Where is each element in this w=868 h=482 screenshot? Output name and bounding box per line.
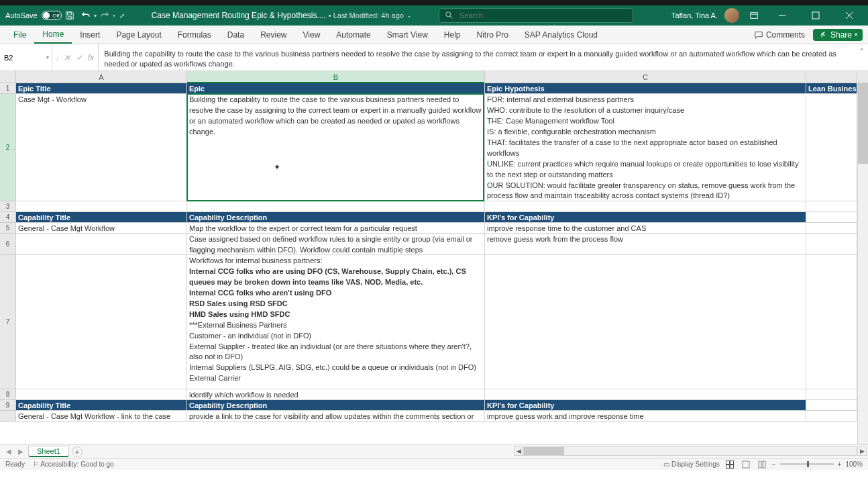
tab-home[interactable]: Home [34,26,72,44]
add-sheet-button[interactable]: + [72,446,83,457]
horizontal-scrollbar[interactable] [523,446,857,456]
cell-D8[interactable] [806,389,857,399]
cell-C5[interactable]: improve response time to the customer an… [485,223,806,233]
cell-grid[interactable]: Epic Title Epic Epic Hypothesis Lean Bus… [16,83,868,444]
cell-B1[interactable]: Epic [187,83,485,93]
cell-C7[interactable] [485,255,806,389]
row-header-8[interactable]: 8 [0,389,16,400]
toggle-switch[interactable]: Off [42,11,62,20]
cell-D7[interactable] [806,255,857,389]
cell-B7[interactable]: Workflows for internal business partners… [187,255,485,389]
cancel-formula-icon[interactable]: ✕ [64,53,70,62]
chevron-down-icon[interactable]: ▾ [46,54,49,60]
cell-C2[interactable]: FOR: internal and external business part… [485,94,806,201]
search-input[interactable] [459,11,627,19]
redo-dropdown[interactable]: ▾ [113,13,115,19]
row-header-6[interactable]: 6 [0,234,16,255]
cell-C4[interactable]: KPI's for Capability [485,212,806,222]
undo-dropdown[interactable]: ▾ [94,13,97,19]
cell-C8[interactable] [485,389,806,399]
tab-help[interactable]: Help [436,26,469,44]
cell-C3[interactable] [485,201,806,211]
col-header-A[interactable]: A [16,71,187,83]
tab-nitro-pro[interactable]: Nitro Pro [469,26,517,44]
avatar[interactable] [724,8,739,23]
window-layout-icon[interactable] [747,9,761,22]
cell-D9[interactable] [806,400,857,410]
cell-B3[interactable] [187,201,485,211]
page-break-view-icon[interactable] [756,460,768,469]
zoom-slider[interactable] [780,463,834,465]
tab-formulas[interactable]: Formulas [170,26,219,44]
user-name[interactable]: Taflan, Tina A. [671,11,718,19]
cell-C9[interactable]: KPI's for Capability [485,400,806,410]
formula-expand-icon[interactable]: ⌃ [855,44,868,70]
cell-A5[interactable]: General - Case Mgt Workflow [16,223,187,233]
cell-A10[interactable]: General - Case Mgt Workflow - link to th… [16,411,187,421]
cell-D6[interactable] [806,234,857,254]
document-title[interactable]: Case Management Routing Epic & Hypothesi… [152,11,412,20]
cell-D5[interactable] [806,223,857,233]
enter-formula-icon[interactable]: ✓ [76,53,83,62]
sheet-tab-sheet1[interactable]: Sheet1 [28,446,69,457]
tab-insert[interactable]: Insert [72,26,108,44]
cell-A2[interactable]: Case Mgt - Workflow [16,94,187,201]
col-header-C[interactable]: C [485,71,806,83]
row-header-4[interactable]: 4 [0,212,16,223]
cell-B4[interactable]: Capability Description [187,212,485,222]
fx-icon[interactable]: fx [88,53,94,62]
cell-B9[interactable]: Capability Description [187,400,485,410]
name-box[interactable]: B2 ▾ [0,44,52,70]
page-layout-view-icon[interactable] [740,460,752,469]
select-all-corner[interactable] [0,71,16,83]
cell-C10[interactable]: improve guess work and improve response … [485,411,806,421]
formula-dropdown[interactable]: ⁞ [56,54,58,61]
cell-A8[interactable] [16,389,187,399]
hscroll-left[interactable]: ◀ [514,446,523,456]
row-header-5[interactable]: 5 [0,223,16,234]
row-header-3[interactable]: 3 [0,201,16,212]
row-header-7[interactable]: 7 [0,255,16,389]
tab-sap-analytics[interactable]: SAP Analytics Cloud [517,26,606,44]
cell-B10[interactable]: provide a link to the case for visibilit… [187,411,485,421]
save-icon[interactable] [63,9,76,22]
cell-B5[interactable]: Map the workflow to the expert or correc… [187,223,485,233]
redo-icon[interactable] [98,9,111,22]
normal-view-icon[interactable] [724,460,736,469]
cell-D4[interactable] [806,212,857,222]
col-header-D[interactable] [806,71,857,83]
share-button[interactable]: Share ▾ [813,29,863,41]
cell-A1[interactable]: Epic Title [16,83,187,93]
cell-B2[interactable]: Building the capability to route the cas… [187,94,485,201]
formula-text[interactable]: Building the capability to route the cas… [99,44,855,70]
qat-customize[interactable]: ⤢ [119,12,125,19]
sheet-nav-next[interactable]: ▶ [16,448,25,455]
scrollbar-thumb[interactable] [858,83,868,164]
vertical-scrollbar[interactable] [857,83,868,444]
maximize-button[interactable] [802,5,829,26]
cell-D3[interactable] [806,201,857,211]
tab-view[interactable]: View [295,26,329,44]
col-header-B[interactable]: B [187,71,485,83]
cell-B6[interactable]: Case assigned based on defined workflow … [187,234,485,254]
status-accessibility[interactable]: ⚐ Accessibility: Good to go [33,461,114,468]
cell-A7[interactable] [16,255,187,389]
row-header-2[interactable]: 2 [0,94,16,201]
tab-review[interactable]: Review [252,26,294,44]
row-header-10[interactable] [0,411,16,422]
tab-page-layout[interactable]: Page Layout [108,26,169,44]
cell-A6[interactable] [16,234,187,254]
cell-D1[interactable]: Lean Busines [806,83,857,93]
autosave-toggle[interactable]: AutoSave Off [5,11,62,20]
tab-data[interactable]: Data [219,26,252,44]
undo-icon[interactable] [79,9,93,22]
display-settings[interactable]: ▭ Display Settings [663,461,719,468]
row-header-1[interactable]: 1 [0,83,16,94]
zoom-out-button[interactable]: − [772,461,776,468]
zoom-level[interactable]: 100% [845,461,863,468]
cell-D2[interactable] [806,94,857,201]
search-box[interactable] [439,8,633,23]
row-header-9[interactable]: 9 [0,400,16,411]
cell-D10[interactable] [806,411,857,421]
hscroll-right[interactable]: ▶ [857,446,867,456]
